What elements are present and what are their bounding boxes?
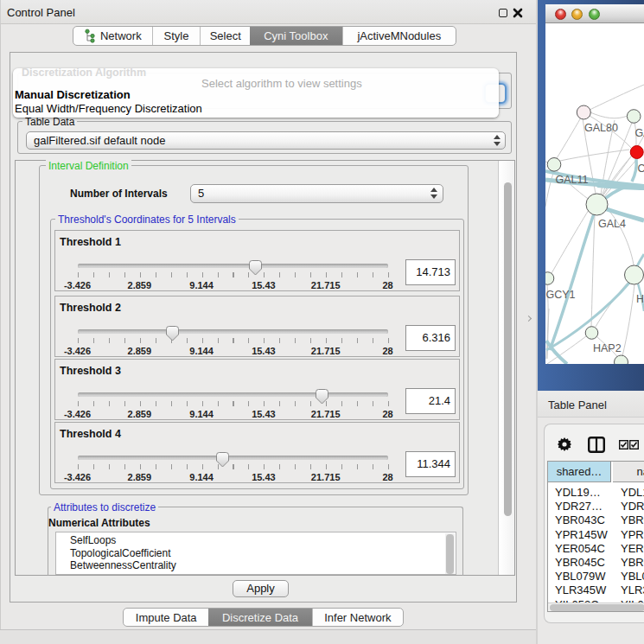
svg-text:GAL80: GAL80 (584, 122, 618, 134)
svg-text:GCY1: GCY1 (546, 289, 576, 301)
svg-text:HAP2: HAP2 (593, 342, 622, 354)
svg-text:GAL4: GAL4 (598, 218, 626, 230)
svg-text:GAL1: GAL1 (635, 127, 644, 139)
svg-text:H: H (636, 293, 644, 305)
svg-text:GAL11: GAL11 (556, 174, 589, 186)
svg-text:C: C (638, 163, 644, 175)
